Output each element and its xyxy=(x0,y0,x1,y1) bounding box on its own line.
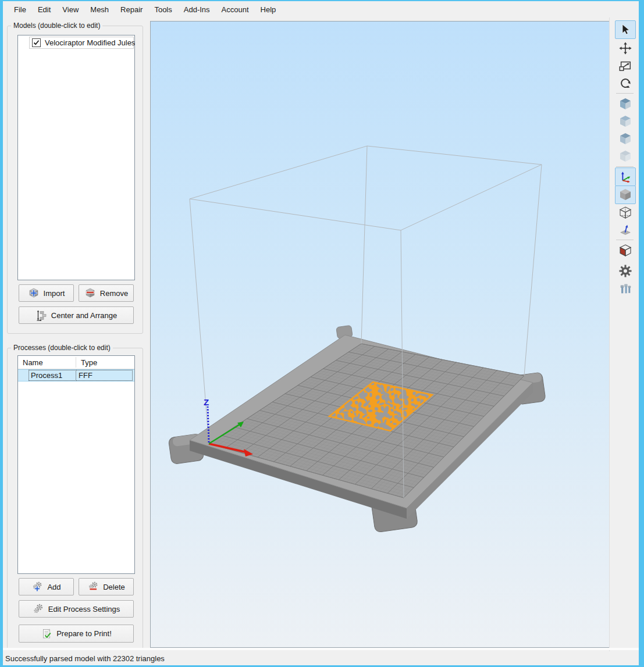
menu-account[interactable]: Account xyxy=(216,3,255,16)
move-icon xyxy=(618,41,632,55)
scale-icon xyxy=(618,59,632,73)
model-visibility-checkbox[interactable] xyxy=(32,38,41,47)
toolbar-separator xyxy=(616,93,634,94)
processes-table-header: Name Type xyxy=(18,356,134,369)
processes-group-title: Processes (double-click to edit) xyxy=(11,344,113,352)
model-name-label: Velociraptor Modified Jules xyxy=(45,38,135,47)
status-bar: Successfully parsed model with 22302 tri… xyxy=(3,651,639,665)
add-process-button[interactable]: Add xyxy=(19,578,74,595)
models-group-title: Models (double-click to edit) xyxy=(11,22,102,30)
rotate-icon xyxy=(618,76,632,90)
view-top-button[interactable] xyxy=(615,112,636,131)
edit-process-settings-label: Edit Process Settings xyxy=(48,605,120,614)
build-scene: Z xyxy=(151,22,609,647)
remove-button[interactable]: Remove xyxy=(79,284,134,302)
center-arrange-button-label: Center and Arrange xyxy=(51,311,117,320)
remove-button-label: Remove xyxy=(100,289,128,298)
toolbar-separator xyxy=(616,240,634,240)
window-border-left xyxy=(0,0,3,667)
show-axes-button[interactable] xyxy=(615,167,636,186)
import-button-label: Import xyxy=(44,289,65,298)
scale-tool-button[interactable] xyxy=(615,56,636,75)
processes-table[interactable]: Name Type Process1 FFF xyxy=(17,355,135,574)
cross-section-icon xyxy=(618,243,633,258)
process-name-cell[interactable]: Process1 xyxy=(29,370,76,380)
model-list-item[interactable]: Velociraptor Modified Jules xyxy=(29,37,134,49)
view-side-button[interactable] xyxy=(615,147,636,166)
status-message: Successfully parsed model with 22302 tri… xyxy=(5,654,165,663)
process-type-cell[interactable]: FFF xyxy=(76,370,132,380)
axes-icon xyxy=(618,170,632,184)
menu-mesh[interactable]: Mesh xyxy=(84,3,115,16)
show-solid-button[interactable] xyxy=(615,186,636,204)
statusbar-separator xyxy=(3,648,639,650)
view-cube-default-icon xyxy=(618,97,633,112)
machine-control-panel-button[interactable] xyxy=(615,262,636,280)
gears-icon xyxy=(33,603,44,615)
wireframe-cube-icon xyxy=(618,205,633,220)
surface-normal-icon xyxy=(618,223,632,237)
import-button[interactable]: Import xyxy=(19,284,74,302)
models-list[interactable]: Velociraptor Modified Jules xyxy=(17,35,135,280)
menu-bar: File Edit View Mesh Repair Tools Add-Ins… xyxy=(3,1,639,17)
prepare-to-print-label: Prepare to Print! xyxy=(56,629,112,638)
column-divider xyxy=(76,357,76,368)
menu-addins[interactable]: Add-Ins xyxy=(178,3,216,16)
rotate-tool-button[interactable] xyxy=(615,74,636,92)
center-arrange-icon xyxy=(35,309,47,321)
view-cube-top-icon xyxy=(618,114,633,129)
view-front-button[interactable] xyxy=(615,130,636,148)
prepare-print-icon xyxy=(41,628,52,640)
add-button-label: Add xyxy=(47,583,61,591)
cursor-icon xyxy=(619,23,632,36)
remove-cube-icon xyxy=(84,287,96,299)
menu-repair[interactable]: Repair xyxy=(115,3,148,16)
window-border-right xyxy=(639,0,644,667)
window-border-top xyxy=(0,0,644,1)
menu-edit[interactable]: Edit xyxy=(32,3,56,16)
z-axis-label: Z xyxy=(204,397,209,407)
prepare-to-print-button[interactable]: Prepare to Print! xyxy=(19,625,134,643)
view-cube-side-icon xyxy=(618,149,633,164)
support-generation-button[interactable] xyxy=(615,279,636,298)
show-wireframe-button[interactable] xyxy=(615,204,636,222)
edit-process-settings-button[interactable]: Edit Process Settings xyxy=(19,600,134,618)
delete-gear-icon xyxy=(87,581,99,593)
view-cube-front-icon xyxy=(618,131,633,147)
center-and-arrange-button[interactable]: Center and Arrange xyxy=(19,306,134,324)
column-header-name: Name xyxy=(18,356,76,369)
menu-view[interactable]: View xyxy=(56,3,84,16)
toolbar-separator xyxy=(616,166,634,167)
menu-file[interactable]: File xyxy=(8,3,32,16)
translate-tool-button[interactable] xyxy=(615,39,636,58)
viewport-3d[interactable]: Z xyxy=(150,21,610,648)
checkmark-icon xyxy=(33,40,40,46)
add-gear-icon xyxy=(31,581,43,593)
import-cube-icon xyxy=(28,287,40,299)
delete-process-button[interactable]: Delete xyxy=(79,578,134,595)
column-header-type: Type xyxy=(76,356,133,369)
solid-cube-icon xyxy=(618,187,633,202)
delete-button-label: Delete xyxy=(103,583,125,591)
select-tool-button[interactable] xyxy=(615,20,636,39)
gear-icon xyxy=(618,263,633,279)
menu-help[interactable]: Help xyxy=(255,3,282,16)
cross-section-button[interactable] xyxy=(615,241,636,260)
right-toolbar xyxy=(609,17,639,651)
supports-icon xyxy=(618,281,632,295)
view-default-button[interactable] xyxy=(615,95,636,113)
show-normals-button[interactable] xyxy=(615,221,636,240)
process-row[interactable]: Process1 FFF xyxy=(18,369,134,381)
menu-tools[interactable]: Tools xyxy=(148,3,177,16)
